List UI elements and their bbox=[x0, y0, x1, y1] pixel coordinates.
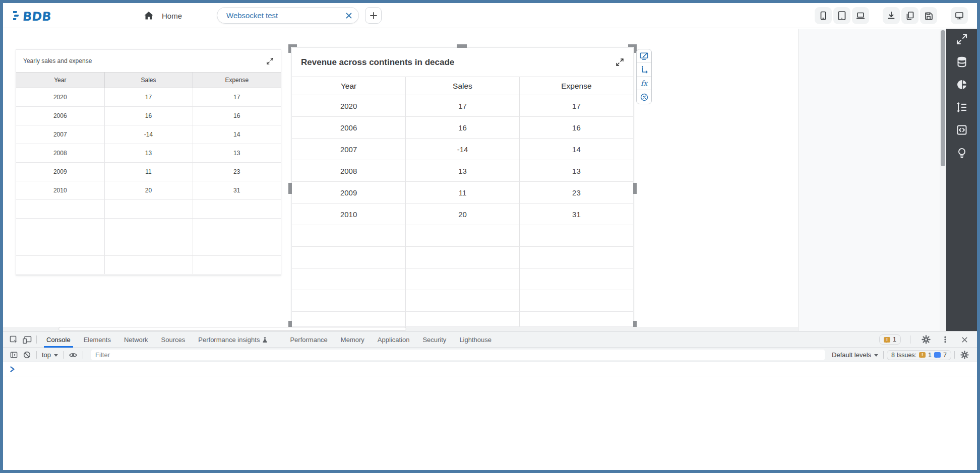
expand-panel-button[interactable] bbox=[955, 33, 968, 46]
column-header[interactable]: Expense bbox=[519, 77, 633, 95]
insights-button[interactable] bbox=[955, 146, 968, 159]
table-cell bbox=[104, 219, 193, 237]
table-row[interactable]: 2007-1414 bbox=[292, 139, 633, 160]
table-cell: -14 bbox=[104, 125, 193, 144]
console-sidebar-toggle-button[interactable] bbox=[7, 349, 20, 362]
table-row[interactable]: 2007-1414 bbox=[16, 125, 281, 144]
data-source-button[interactable] bbox=[955, 55, 968, 69]
column-header[interactable]: Sales bbox=[104, 73, 193, 88]
widget-revenue-across-continents[interactable]: Revenue across continents in decade Year… bbox=[291, 47, 634, 327]
devtools-tab-memory[interactable]: Memory bbox=[334, 331, 371, 348]
horizontal-scrollbar-thumb[interactable] bbox=[58, 327, 406, 331]
database-icon bbox=[956, 56, 968, 68]
devtools-tab-application[interactable]: Application bbox=[371, 331, 416, 348]
devtools-tab-performance-insights[interactable]: Performance insights bbox=[192, 331, 274, 348]
selection-handle-middle-left[interactable] bbox=[288, 183, 292, 194]
devtools-tab-lighthouse[interactable]: Lighthouse bbox=[453, 331, 498, 348]
table-cell bbox=[406, 247, 520, 268]
divider bbox=[36, 351, 37, 359]
home-icon[interactable] bbox=[142, 9, 155, 22]
table-row[interactable]: 20081313 bbox=[16, 144, 281, 163]
live-expression-button[interactable] bbox=[67, 349, 80, 362]
add-tab-button[interactable] bbox=[365, 7, 382, 24]
context-selector[interactable]: top bbox=[40, 351, 60, 359]
selection-handle-middle-right[interactable] bbox=[633, 183, 637, 194]
column-header[interactable]: Sales bbox=[406, 77, 520, 95]
table-cell: 20 bbox=[406, 204, 520, 225]
table-empty-row bbox=[292, 290, 633, 312]
table-row[interactable]: 20091123 bbox=[292, 182, 633, 204]
table-cell bbox=[292, 268, 406, 290]
dashboard-tab[interactable]: Websocket test bbox=[217, 7, 359, 24]
dashboard-canvas[interactable]: Yearly sales and expense YearSalesExpens… bbox=[3, 29, 798, 331]
right-toolbar-rail bbox=[946, 29, 977, 331]
tab-close-icon[interactable] bbox=[346, 13, 352, 19]
table-row[interactable]: 20061616 bbox=[292, 117, 633, 139]
vertical-scrollbar-thumb[interactable] bbox=[941, 30, 945, 166]
console-filter-input[interactable] bbox=[91, 350, 825, 360]
selection-handle-top-center[interactable] bbox=[457, 44, 467, 48]
mobile-preview-button[interactable] bbox=[815, 7, 832, 24]
inspect-element-button[interactable] bbox=[7, 333, 20, 346]
inspect-icon bbox=[9, 335, 18, 344]
mobile-icon bbox=[818, 11, 828, 21]
table-empty-row bbox=[292, 247, 633, 268]
clear-console-button[interactable] bbox=[20, 349, 33, 362]
devtools-tab-elements[interactable]: Elements bbox=[77, 331, 117, 348]
save-button[interactable] bbox=[920, 7, 937, 24]
column-header[interactable]: Expense bbox=[193, 73, 281, 88]
divider bbox=[910, 335, 910, 344]
table-cell: 31 bbox=[193, 181, 281, 200]
desktop-preview-button[interactable] bbox=[951, 7, 968, 24]
divider bbox=[883, 351, 884, 359]
tablet-preview-button[interactable] bbox=[833, 7, 850, 24]
log-levels-selector[interactable]: Default levels bbox=[830, 351, 880, 359]
console-prompt-row[interactable] bbox=[3, 362, 977, 376]
column-header[interactable]: Year bbox=[292, 77, 406, 95]
edit-chart-button[interactable] bbox=[637, 49, 651, 63]
column-header[interactable]: Year bbox=[16, 73, 104, 88]
close-icon bbox=[960, 335, 969, 344]
duplicate-button[interactable] bbox=[901, 7, 918, 24]
laptop-preview-button[interactable] bbox=[852, 7, 869, 24]
issues-counter-chip[interactable]: 8 Issues: ! 1 7 bbox=[887, 350, 951, 360]
devtools-menu-button[interactable] bbox=[939, 333, 952, 346]
horizontal-scrollbar[interactable] bbox=[3, 327, 798, 331]
devtools-settings-button[interactable] bbox=[920, 333, 933, 346]
table-row[interactable]: 20102031 bbox=[292, 204, 633, 225]
table-row[interactable]: 20081313 bbox=[292, 160, 633, 182]
lightbulb-icon bbox=[956, 147, 968, 159]
chart-type-button[interactable] bbox=[955, 78, 968, 91]
selection-handle-top-right[interactable] bbox=[628, 44, 637, 53]
maximize-icon[interactable] bbox=[266, 57, 274, 65]
formula-button[interactable]: fx bbox=[637, 77, 651, 90]
table-row[interactable]: 20091123 bbox=[16, 163, 281, 181]
bdb-logo[interactable]: BDB bbox=[13, 8, 58, 24]
axes-settings-button[interactable] bbox=[637, 63, 651, 77]
devtools-tab-performance[interactable]: Performance bbox=[283, 331, 334, 348]
devtools-close-button[interactable] bbox=[958, 333, 971, 346]
console-output-area[interactable] bbox=[3, 362, 977, 470]
devtools-tab-security[interactable]: Security bbox=[416, 331, 453, 348]
maximize-icon[interactable] bbox=[616, 58, 624, 66]
swap-button[interactable] bbox=[955, 123, 968, 137]
selection-handle-top-left[interactable] bbox=[288, 44, 297, 53]
remove-widget-button[interactable] bbox=[637, 90, 651, 104]
table-row[interactable]: 20061616 bbox=[16, 107, 281, 125]
devtools-tab-console[interactable]: Console bbox=[40, 331, 77, 348]
vertical-scrollbar[interactable] bbox=[940, 29, 946, 331]
table-row[interactable]: 20201717 bbox=[16, 88, 281, 107]
table-row[interactable]: 20102031 bbox=[16, 181, 281, 200]
console-sidebar-icon bbox=[10, 351, 18, 359]
devtools-tab-network[interactable]: Network bbox=[117, 331, 155, 348]
console-settings-button[interactable] bbox=[958, 349, 971, 362]
devtools-tab-sources[interactable]: Sources bbox=[155, 331, 192, 348]
table-row[interactable]: 20201717 bbox=[292, 95, 633, 117]
device-toolbar-button[interactable] bbox=[20, 333, 33, 346]
line-height-button[interactable] bbox=[955, 101, 968, 114]
duplicate-icon bbox=[905, 11, 915, 21]
issues-chip[interactable]: ! 1 bbox=[879, 334, 901, 345]
widget-header: Revenue across continents in decade bbox=[292, 48, 633, 77]
download-button[interactable] bbox=[883, 7, 900, 24]
widget-yearly-sales-expense[interactable]: Yearly sales and expense YearSalesExpens… bbox=[16, 49, 281, 276]
